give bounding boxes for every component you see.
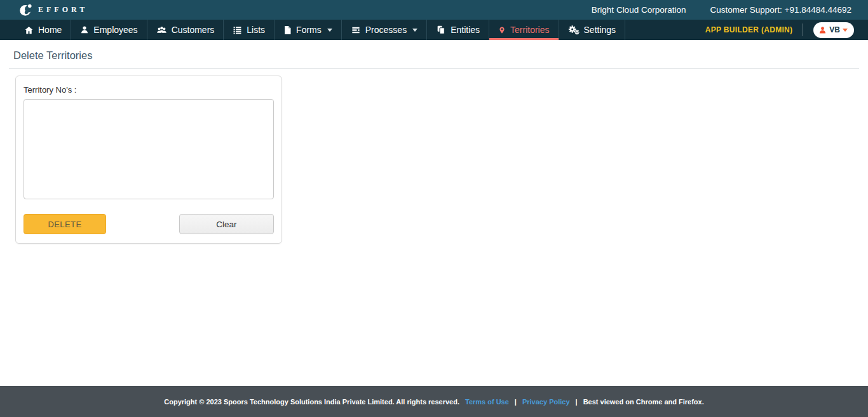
nav-item-entities[interactable]: Entities: [427, 20, 489, 40]
tasks-icon: [351, 25, 361, 35]
caret-down-icon: [412, 29, 417, 32]
map-marker-icon: [498, 25, 506, 35]
nav-divider: [803, 23, 803, 36]
territory-nos-textarea[interactable]: [24, 99, 274, 199]
nav-label: Territories: [510, 25, 549, 35]
nav-item-processes[interactable]: Processes: [342, 20, 427, 40]
nav-item-home[interactable]: Home: [15, 20, 71, 40]
top-bar: EFFORT Bright Cloud Corporation Customer…: [0, 0, 868, 20]
copyright-text: Copyright © 2023 Spoors Technology Solut…: [164, 398, 459, 406]
page-title: Delete Territories: [0, 40, 868, 62]
privacy-policy-link[interactable]: Privacy Policy: [522, 398, 570, 406]
territory-nos-label: Territory No's :: [24, 85, 274, 95]
user-initials: VB: [829, 25, 840, 34]
user-icon: [80, 25, 89, 34]
user-menu-button[interactable]: VB: [813, 22, 854, 38]
nav-label: Processes: [365, 25, 407, 35]
nav-label: Lists: [247, 25, 265, 35]
terms-of-use-link[interactable]: Terms of Use: [465, 398, 509, 406]
clear-button[interactable]: Clear: [179, 214, 274, 234]
nav-item-customers[interactable]: Customers: [147, 20, 224, 40]
delete-button[interactable]: DELETE: [24, 214, 106, 234]
effort-logo[interactable]: EFFORT: [19, 3, 88, 17]
main-content: Delete Territories Territory No's : DELE…: [0, 40, 868, 386]
main-nav: Home Employees Customers: [0, 20, 868, 40]
nav-label: Customers: [172, 25, 215, 35]
list-icon: [233, 25, 242, 35]
nav-item-forms[interactable]: Forms: [275, 20, 342, 40]
nav-label: Entities: [451, 25, 480, 35]
users-icon: [156, 25, 167, 35]
cogs-icon: [568, 25, 580, 35]
copy-icon: [436, 25, 446, 35]
footer: Copyright © 2023 Spoors Technology Solut…: [0, 386, 868, 417]
user-avatar-icon: [818, 26, 827, 34]
nav-item-settings[interactable]: Settings: [559, 20, 626, 40]
nav-label: Home: [38, 25, 62, 35]
delete-territories-card: Territory No's : DELETE Clear: [15, 76, 282, 244]
customer-support: Customer Support: +91.84484.44692: [710, 5, 851, 15]
nav-item-lists[interactable]: Lists: [224, 20, 275, 40]
home-icon: [24, 25, 34, 35]
footer-separator: |: [515, 398, 517, 406]
nav-item-employees[interactable]: Employees: [71, 20, 147, 40]
effort-logo-text: EFFORT: [38, 5, 88, 15]
caret-down-icon: [327, 29, 332, 32]
effort-logo-icon: [19, 3, 34, 17]
browser-note: Best viewed on Chrome and Firefox.: [583, 398, 704, 406]
footer-separator: |: [576, 398, 578, 406]
nav-label: Settings: [584, 25, 616, 35]
title-divider: [9, 68, 859, 69]
file-icon: [283, 25, 292, 35]
company-name: Bright Cloud Corporation: [592, 5, 686, 15]
role-label: APP BUILDER (ADMIN): [705, 25, 792, 34]
nav-item-territories[interactable]: Territories: [489, 20, 559, 40]
nav-label: Forms: [296, 25, 322, 35]
caret-down-icon: [843, 29, 848, 32]
nav-label: Employees: [93, 25, 137, 35]
